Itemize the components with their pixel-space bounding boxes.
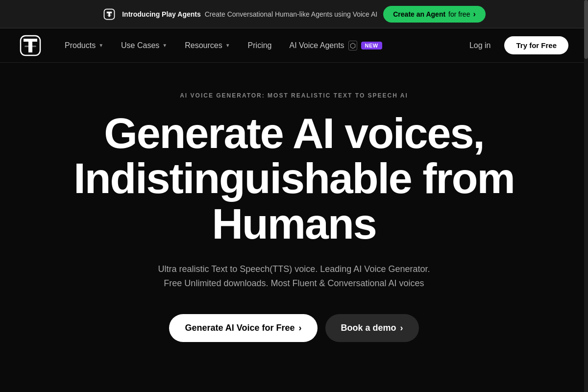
demo-btn-label: Book a demo — [341, 323, 396, 333]
new-badge: NEW — [361, 42, 382, 49]
hero-buttons: Generate AI Voice for Free › Book a demo… — [169, 314, 418, 342]
use-cases-chevron-icon: ▼ — [162, 43, 167, 48]
scroll-thumb[interactable] — [584, 0, 588, 59]
hero-section: AI Voice Generator: Most Realistic Text … — [0, 63, 588, 362]
ai-voice-agents-label: AI Voice Agents — [290, 41, 344, 50]
navbar: Products ▼ Use Cases ▼ Resources ▼ Prici… — [0, 28, 588, 63]
hero-subtitle: AI Voice Generator: Most Realistic Text … — [180, 92, 408, 99]
use-cases-label: Use Cases — [121, 41, 159, 50]
hero-title-line1: Generate AI voices, — [104, 109, 484, 157]
create-agent-suffix: for free — [448, 10, 470, 18]
generate-btn-label: Generate AI Voice for Free — [185, 323, 294, 333]
nav-right: Log in Try for Free — [462, 36, 568, 54]
nav-item-ai-voice-agents[interactable]: AI Voice Agents ⬡ NEW — [282, 37, 390, 54]
login-button[interactable]: Log in — [462, 37, 499, 54]
create-agent-arrow: › — [473, 10, 475, 19]
book-demo-button[interactable]: Book a demo › — [325, 314, 419, 342]
hero-title-line3: Humans — [212, 199, 376, 248]
demo-btn-arrow-icon: › — [400, 323, 403, 333]
pricing-label: Pricing — [248, 41, 272, 50]
nav-item-resources[interactable]: Resources ▼ — [177, 37, 238, 54]
products-chevron-icon: ▼ — [98, 43, 103, 48]
try-free-label: Try for Free — [516, 41, 557, 49]
generate-btn-arrow-icon: › — [299, 323, 302, 333]
nav-item-pricing[interactable]: Pricing — [240, 37, 280, 54]
hero-description-line1: Ultra realistic Text to Speech(TTS) voic… — [158, 264, 430, 274]
try-free-button[interactable]: Try for Free — [504, 36, 568, 54]
announcement-banner: Introducing Play Agents Create Conversat… — [0, 0, 588, 28]
create-agent-button[interactable]: Create an Agent for free › — [383, 6, 486, 23]
hero-description-line2: Free Unlimited downloads. Most Fluent & … — [164, 278, 424, 288]
resources-label: Resources — [185, 41, 222, 50]
generate-ai-voice-button[interactable]: Generate AI Voice for Free › — [169, 314, 317, 342]
hero-title-line2: Indistinguishable from — [74, 154, 514, 202]
banner-title: Introducing Play Agents — [122, 10, 201, 18]
banner-logo-icon — [102, 7, 116, 21]
hero-title: Generate AI voices, Indistinguishable fr… — [74, 111, 514, 246]
login-label: Log in — [469, 41, 491, 49]
products-label: Products — [65, 41, 96, 50]
svg-rect-1 — [107, 14, 112, 15]
nav-item-products[interactable]: Products ▼ — [57, 37, 111, 54]
scrollbar[interactable] — [584, 0, 588, 392]
nav-links: Products ▼ Use Cases ▼ Resources ▼ Prici… — [57, 37, 462, 54]
nav-logo[interactable] — [20, 35, 41, 56]
resources-chevron-icon: ▼ — [225, 43, 230, 48]
playht-logo-icon — [20, 35, 41, 56]
external-link-icon: ⬡ — [348, 41, 357, 50]
nav-item-use-cases[interactable]: Use Cases ▼ — [113, 37, 175, 54]
hero-description: Ultra realistic Text to Speech(TTS) voic… — [158, 262, 430, 291]
banner-description: Create Conversational Human-like Agents … — [205, 10, 378, 18]
create-agent-label: Create an Agent — [393, 10, 445, 18]
banner-text: Introducing Play Agents Create Conversat… — [122, 10, 377, 18]
svg-rect-3 — [24, 46, 36, 47]
